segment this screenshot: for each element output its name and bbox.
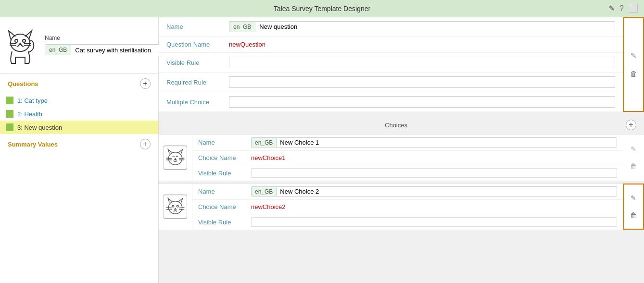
choice-2-visible-label: Visible Rule <box>198 219 251 226</box>
svg-point-2 <box>23 39 25 42</box>
summary-title: Summary Values <box>8 141 58 148</box>
svg-point-1 <box>15 39 18 42</box>
question-color-2 <box>6 110 13 118</box>
choice-2-cat-icon <box>164 194 187 219</box>
question-color-1 <box>6 97 13 104</box>
choice-item-1: Name en_GB Choice Name newChoice1 Visibl… <box>159 134 644 181</box>
left-sidebar: Name en_GB 💾 ✎ 🗑 Questions + <box>0 17 159 283</box>
delete-question-button[interactable]: 🗑 <box>629 69 638 79</box>
choice-1-fields: Name en_GB Choice Name newChoice1 Visibl… <box>192 135 623 181</box>
main-area: Name en_GB 💾 ✎ 🗑 Questions + <box>0 17 644 283</box>
question-detail-fields: Name en_GB Question Name newQuestion Vis… <box>159 17 644 112</box>
detail-multiple-choice-row: Multiple Choice <box>159 92 623 112</box>
locale-badge: en_GB <box>45 45 71 55</box>
cat-logo-icon <box>5 26 36 64</box>
detail-visible-rule-row: Visible Rule <box>159 53 623 73</box>
choice-2-visible-row: Visible Rule <box>192 214 623 230</box>
question-detail-actions: ✎ 🗑 <box>623 17 644 112</box>
choice-1-cname-value: newChoice1 <box>251 154 286 161</box>
summary-section: Summary Values + <box>0 134 158 154</box>
questions-section: Questions + 1: Cat type 2: Health 3: New… <box>0 74 158 134</box>
edit-choice-2-button[interactable]: ✎ <box>630 193 637 203</box>
choice-2-fields: Name en_GB Choice Name newChoice2 Visibl… <box>192 184 623 230</box>
questions-list: 1: Cat type 2: Health 3: New question <box>0 94 158 134</box>
question-detail-panel: Name en_GB Question Name newQuestion Vis… <box>159 17 644 116</box>
choice-1-locale: en_GB <box>252 138 277 147</box>
question-item-3[interactable]: 3: New question <box>0 121 158 134</box>
edit-icon[interactable]: ✎ <box>608 4 615 13</box>
right-content: Name en_GB Question Name newQuestion Vis… <box>159 17 644 283</box>
choices-title: Choices <box>166 122 626 129</box>
question-name-input[interactable] <box>255 22 615 32</box>
choice-1-name-input[interactable] <box>277 138 617 147</box>
choice-1-cat-icon <box>164 145 187 170</box>
question-label-1: 1: Cat type <box>17 97 48 104</box>
name-field-label: Name <box>45 35 160 41</box>
close-icon[interactable]: ⬜ <box>629 4 638 13</box>
choice-2-visible-value[interactable] <box>251 217 617 227</box>
detail-name-label: Name <box>166 23 229 30</box>
svg-line-13 <box>179 158 184 159</box>
choice-2-name-input[interactable] <box>277 187 617 196</box>
questions-title: Questions <box>8 80 38 87</box>
svg-marker-3 <box>19 43 21 45</box>
detail-required-rule-value[interactable] <box>229 76 615 88</box>
detail-multiple-choice-value[interactable] <box>229 96 615 108</box>
questions-header: Questions + <box>0 74 158 94</box>
detail-required-rule-row: Required Rule <box>159 73 623 92</box>
survey-name-area: Name en_GB 💾 ✎ 🗑 <box>0 17 158 74</box>
choice-1-name-row: Name en_GB <box>192 135 623 151</box>
survey-name-input[interactable] <box>71 45 160 56</box>
choice-1-visible-value[interactable] <box>251 168 617 178</box>
choice-2-name-label: Name <box>198 188 251 195</box>
choice-2-name-row: Name en_GB <box>192 184 623 200</box>
header-actions: ✎ ? ⬜ <box>608 4 638 13</box>
choice-1-icon-area <box>159 135 192 181</box>
choice-1-visible-row: Visible Rule <box>192 165 623 181</box>
svg-rect-15 <box>164 195 187 219</box>
question-item-2[interactable]: 2: Health <box>0 107 158 121</box>
detail-visible-rule-value[interactable] <box>229 57 615 68</box>
choice-1-actions: ✎ 🗑 <box>623 135 644 181</box>
add-summary-button[interactable]: + <box>140 139 151 149</box>
choice-1-visible-label: Visible Rule <box>198 170 251 177</box>
help-icon[interactable]: ? <box>619 4 624 13</box>
app-header: Talea Survey Template Designer ✎ ? ⬜ <box>0 0 644 17</box>
delete-choice-1-button[interactable]: 🗑 <box>629 161 638 171</box>
svg-line-11 <box>166 158 172 159</box>
choice-2-icon-area <box>159 184 192 230</box>
choices-section: Choices + <box>159 116 644 283</box>
name-section: Name en_GB <box>41 17 164 73</box>
choice-1-name-label: Name <box>198 139 251 146</box>
svg-line-20 <box>166 208 172 208</box>
choice-2-cname-row: Choice Name newChoice2 <box>192 200 623 214</box>
survey-name-input-row[interactable]: en_GB <box>45 44 160 56</box>
edit-question-button[interactable]: ✎ <box>630 50 638 61</box>
question-label-3: 3: New question <box>17 124 62 131</box>
edit-choice-1-button[interactable]: ✎ <box>630 144 637 154</box>
choice-2-name-input-row[interactable]: en_GB <box>251 186 617 197</box>
question-label-2: 2: Health <box>17 111 42 118</box>
question-color-3 <box>6 123 13 131</box>
app-title: Talea Survey Template Designer <box>274 5 370 12</box>
svg-line-22 <box>179 208 184 208</box>
question-locale-badge: en_GB <box>229 22 255 32</box>
choice-1-cname-row: Choice Name newChoice1 <box>192 151 623 165</box>
choices-header: Choices + <box>159 116 644 134</box>
detail-name-row: Name en_GB <box>159 17 623 37</box>
delete-choice-2-button[interactable]: 🗑 <box>629 210 638 220</box>
choice-1-name-input-row[interactable]: en_GB <box>251 137 617 148</box>
question-item-1[interactable]: 1: Cat type <box>0 94 158 107</box>
detail-qname-label: Question Name <box>166 41 229 48</box>
detail-required-rule-label: Required Rule <box>166 79 229 86</box>
choice-2-locale: en_GB <box>252 187 277 196</box>
add-question-button[interactable]: + <box>140 78 151 89</box>
choice-2-cname-value: newChoice2 <box>251 203 286 210</box>
detail-multiple-choice-label: Multiple Choice <box>166 98 229 106</box>
add-choice-button[interactable]: + <box>626 120 636 130</box>
choice-1-cname-label: Choice Name <box>198 154 251 161</box>
detail-visible-rule-label: Visible Rule <box>166 59 229 66</box>
question-name-input-row[interactable]: en_GB <box>229 21 615 32</box>
summary-header: Summary Values + <box>0 134 158 154</box>
svg-line-4 <box>10 43 16 44</box>
